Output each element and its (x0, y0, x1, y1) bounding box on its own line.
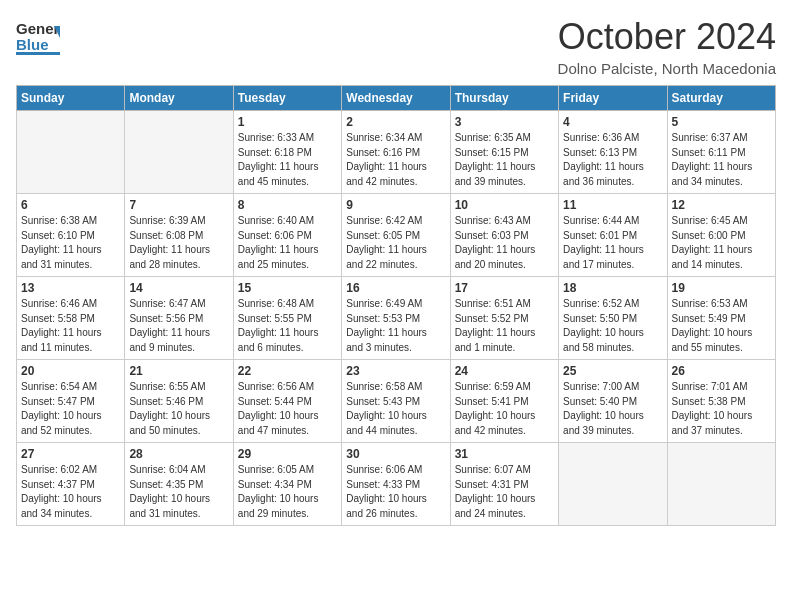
day-info: Sunrise: 7:00 AM Sunset: 5:40 PM Dayligh… (563, 380, 662, 438)
logo: General Blue (16, 16, 60, 56)
day-number: 17 (455, 281, 554, 295)
day-cell: 13Sunrise: 6:46 AM Sunset: 5:58 PM Dayli… (17, 277, 125, 360)
day-cell: 4Sunrise: 6:36 AM Sunset: 6:13 PM Daylig… (559, 111, 667, 194)
day-cell: 21Sunrise: 6:55 AM Sunset: 5:46 PM Dayli… (125, 360, 233, 443)
day-cell: 6Sunrise: 6:38 AM Sunset: 6:10 PM Daylig… (17, 194, 125, 277)
day-number: 25 (563, 364, 662, 378)
day-cell (559, 443, 667, 526)
day-info: Sunrise: 6:36 AM Sunset: 6:13 PM Dayligh… (563, 131, 662, 189)
day-number: 8 (238, 198, 337, 212)
day-number: 18 (563, 281, 662, 295)
day-cell: 15Sunrise: 6:48 AM Sunset: 5:55 PM Dayli… (233, 277, 341, 360)
day-info: Sunrise: 6:53 AM Sunset: 5:49 PM Dayligh… (672, 297, 771, 355)
calendar-page: General Blue October 2024 Dolno Palciste… (0, 0, 792, 612)
day-number: 11 (563, 198, 662, 212)
day-info: Sunrise: 6:40 AM Sunset: 6:06 PM Dayligh… (238, 214, 337, 272)
day-cell: 26Sunrise: 7:01 AM Sunset: 5:38 PM Dayli… (667, 360, 775, 443)
day-number: 23 (346, 364, 445, 378)
day-number: 7 (129, 198, 228, 212)
day-cell: 11Sunrise: 6:44 AM Sunset: 6:01 PM Dayli… (559, 194, 667, 277)
day-cell: 1Sunrise: 6:33 AM Sunset: 6:18 PM Daylig… (233, 111, 341, 194)
svg-text:General: General (16, 20, 60, 37)
col-header-saturday: Saturday (667, 86, 775, 111)
day-number: 15 (238, 281, 337, 295)
day-cell (17, 111, 125, 194)
week-row-4: 20Sunrise: 6:54 AM Sunset: 5:47 PM Dayli… (17, 360, 776, 443)
day-info: Sunrise: 6:42 AM Sunset: 6:05 PM Dayligh… (346, 214, 445, 272)
header-row: SundayMondayTuesdayWednesdayThursdayFrid… (17, 86, 776, 111)
day-info: Sunrise: 6:38 AM Sunset: 6:10 PM Dayligh… (21, 214, 120, 272)
week-row-1: 1Sunrise: 6:33 AM Sunset: 6:18 PM Daylig… (17, 111, 776, 194)
day-info: Sunrise: 6:06 AM Sunset: 4:33 PM Dayligh… (346, 463, 445, 521)
day-info: Sunrise: 6:02 AM Sunset: 4:37 PM Dayligh… (21, 463, 120, 521)
day-number: 30 (346, 447, 445, 461)
day-number: 10 (455, 198, 554, 212)
day-number: 14 (129, 281, 228, 295)
svg-text:Blue: Blue (16, 36, 49, 53)
day-info: Sunrise: 6:05 AM Sunset: 4:34 PM Dayligh… (238, 463, 337, 521)
day-info: Sunrise: 6:34 AM Sunset: 6:16 PM Dayligh… (346, 131, 445, 189)
calendar-table: SundayMondayTuesdayWednesdayThursdayFrid… (16, 85, 776, 526)
day-cell: 9Sunrise: 6:42 AM Sunset: 6:05 PM Daylig… (342, 194, 450, 277)
col-header-tuesday: Tuesday (233, 86, 341, 111)
day-info: Sunrise: 6:49 AM Sunset: 5:53 PM Dayligh… (346, 297, 445, 355)
day-number: 5 (672, 115, 771, 129)
day-cell: 2Sunrise: 6:34 AM Sunset: 6:16 PM Daylig… (342, 111, 450, 194)
day-cell: 16Sunrise: 6:49 AM Sunset: 5:53 PM Dayli… (342, 277, 450, 360)
location: Dolno Palciste, North Macedonia (558, 60, 776, 77)
week-row-5: 27Sunrise: 6:02 AM Sunset: 4:37 PM Dayli… (17, 443, 776, 526)
day-cell: 20Sunrise: 6:54 AM Sunset: 5:47 PM Dayli… (17, 360, 125, 443)
day-cell: 25Sunrise: 7:00 AM Sunset: 5:40 PM Dayli… (559, 360, 667, 443)
day-cell: 19Sunrise: 6:53 AM Sunset: 5:49 PM Dayli… (667, 277, 775, 360)
day-cell (667, 443, 775, 526)
day-info: Sunrise: 6:48 AM Sunset: 5:55 PM Dayligh… (238, 297, 337, 355)
day-number: 21 (129, 364, 228, 378)
month-title: October 2024 (558, 16, 776, 58)
day-info: Sunrise: 7:01 AM Sunset: 5:38 PM Dayligh… (672, 380, 771, 438)
day-number: 22 (238, 364, 337, 378)
svg-rect-3 (16, 52, 60, 55)
col-header-wednesday: Wednesday (342, 86, 450, 111)
day-number: 3 (455, 115, 554, 129)
day-cell: 3Sunrise: 6:35 AM Sunset: 6:15 PM Daylig… (450, 111, 558, 194)
day-cell (125, 111, 233, 194)
col-header-thursday: Thursday (450, 86, 558, 111)
day-number: 16 (346, 281, 445, 295)
day-number: 31 (455, 447, 554, 461)
week-row-3: 13Sunrise: 6:46 AM Sunset: 5:58 PM Dayli… (17, 277, 776, 360)
day-info: Sunrise: 6:51 AM Sunset: 5:52 PM Dayligh… (455, 297, 554, 355)
day-info: Sunrise: 6:59 AM Sunset: 5:41 PM Dayligh… (455, 380, 554, 438)
day-info: Sunrise: 6:56 AM Sunset: 5:44 PM Dayligh… (238, 380, 337, 438)
day-number: 2 (346, 115, 445, 129)
day-info: Sunrise: 6:52 AM Sunset: 5:50 PM Dayligh… (563, 297, 662, 355)
day-cell: 17Sunrise: 6:51 AM Sunset: 5:52 PM Dayli… (450, 277, 558, 360)
day-cell: 31Sunrise: 6:07 AM Sunset: 4:31 PM Dayli… (450, 443, 558, 526)
day-info: Sunrise: 6:04 AM Sunset: 4:35 PM Dayligh… (129, 463, 228, 521)
day-info: Sunrise: 6:39 AM Sunset: 6:08 PM Dayligh… (129, 214, 228, 272)
day-info: Sunrise: 6:07 AM Sunset: 4:31 PM Dayligh… (455, 463, 554, 521)
day-number: 29 (238, 447, 337, 461)
day-cell: 27Sunrise: 6:02 AM Sunset: 4:37 PM Dayli… (17, 443, 125, 526)
day-cell: 28Sunrise: 6:04 AM Sunset: 4:35 PM Dayli… (125, 443, 233, 526)
day-number: 28 (129, 447, 228, 461)
week-row-2: 6Sunrise: 6:38 AM Sunset: 6:10 PM Daylig… (17, 194, 776, 277)
day-cell: 5Sunrise: 6:37 AM Sunset: 6:11 PM Daylig… (667, 111, 775, 194)
day-info: Sunrise: 6:55 AM Sunset: 5:46 PM Dayligh… (129, 380, 228, 438)
day-number: 1 (238, 115, 337, 129)
day-cell: 23Sunrise: 6:58 AM Sunset: 5:43 PM Dayli… (342, 360, 450, 443)
day-info: Sunrise: 6:47 AM Sunset: 5:56 PM Dayligh… (129, 297, 228, 355)
day-info: Sunrise: 6:35 AM Sunset: 6:15 PM Dayligh… (455, 131, 554, 189)
day-cell: 22Sunrise: 6:56 AM Sunset: 5:44 PM Dayli… (233, 360, 341, 443)
day-number: 20 (21, 364, 120, 378)
col-header-sunday: Sunday (17, 86, 125, 111)
day-cell: 7Sunrise: 6:39 AM Sunset: 6:08 PM Daylig… (125, 194, 233, 277)
day-number: 9 (346, 198, 445, 212)
day-number: 26 (672, 364, 771, 378)
day-info: Sunrise: 6:58 AM Sunset: 5:43 PM Dayligh… (346, 380, 445, 438)
day-number: 4 (563, 115, 662, 129)
day-info: Sunrise: 6:44 AM Sunset: 6:01 PM Dayligh… (563, 214, 662, 272)
header: General Blue October 2024 Dolno Palciste… (16, 16, 776, 77)
col-header-friday: Friday (559, 86, 667, 111)
logo-icon: General Blue (16, 16, 60, 56)
day-number: 27 (21, 447, 120, 461)
